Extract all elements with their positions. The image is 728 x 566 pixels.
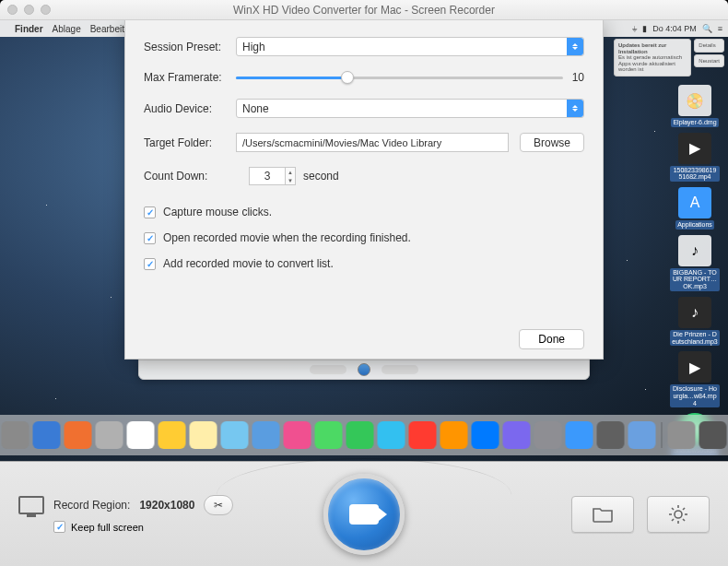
dock-app-icon[interactable]: [628, 421, 656, 449]
countdown-unit: second: [303, 170, 339, 183]
dock-app-icon[interactable]: [472, 421, 499, 449]
desktop-file-icon[interactable]: AApplications: [670, 187, 720, 230]
notification-title: Updates bereit zur Installation: [618, 42, 666, 54]
battery-icon[interactable]: ▮: [642, 24, 647, 33]
countdown-stepper[interactable]: ▲▼: [286, 167, 296, 185]
dock-app-icon[interactable]: [2, 421, 29, 449]
keep-full-screen-checkbox[interactable]: ✓: [53, 521, 65, 533]
dock-app-icon[interactable]: [668, 421, 696, 449]
scissors-icon: ✂: [214, 499, 223, 512]
dock-app-icon[interactable]: [284, 421, 311, 449]
audio-device-label: Audio Device:: [144, 102, 236, 115]
desktop-icons-column: 📀Elplayer-6.dmg▶15082339861951682.mp4AAp…: [667, 85, 722, 455]
desktop-file-icon[interactable]: ♪BIGBANG - TOUR REPORT…OK.mp3: [670, 235, 720, 291]
gear-icon: [668, 504, 688, 525]
file-label: Disclosure - Hourgla…w84.mp4: [670, 384, 720, 407]
done-button[interactable]: Done: [519, 329, 584, 349]
dock-app-icon[interactable]: [503, 421, 531, 449]
file-label: BIGBANG - TOUR REPORT…OK.mp3: [670, 268, 720, 291]
dock-app-icon[interactable]: [699, 421, 727, 449]
target-folder-value: /Users/scmacmini/Movies/Mac Video Librar…: [242, 137, 441, 148]
dock-app-icon[interactable]: [346, 421, 374, 449]
dock-app-icon[interactable]: [409, 421, 437, 449]
audio-device-value: None: [242, 102, 269, 115]
open-folder-button[interactable]: [571, 496, 634, 533]
folder-icon: [593, 506, 613, 523]
menubar-item[interactable]: Ablage: [53, 24, 81, 34]
add-to-convert-label: Add recorded movie to convert list.: [163, 257, 334, 270]
max-framerate-slider[interactable]: [236, 77, 563, 79]
open-recorded-checkbox[interactable]: ✓: [144, 232, 156, 244]
notification-action[interactable]: Details: [694, 39, 724, 53]
file-label: 15082339861951682.mp4: [670, 166, 720, 182]
audio-device-select[interactable]: None: [236, 99, 584, 118]
record-region-label: Record Region:: [53, 499, 130, 512]
file-icon: ▶: [678, 133, 711, 164]
chevron-updown-icon: [567, 100, 583, 117]
spotlight-icon[interactable]: 🔍: [702, 24, 712, 33]
max-framerate-value: 10: [572, 71, 584, 84]
dock-app-icon[interactable]: [65, 421, 92, 449]
slider-thumb[interactable]: [341, 71, 354, 84]
wifi-icon[interactable]: ⏚: [632, 24, 637, 33]
file-label: Applications: [675, 220, 714, 230]
browse-button[interactable]: Browse: [520, 133, 584, 152]
desktop-file-icon[interactable]: 📀Elplayer-6.dmg: [670, 85, 720, 127]
dock-app-icon[interactable]: [440, 421, 468, 449]
notifications-icon[interactable]: ≡: [718, 24, 722, 33]
close-window-button[interactable]: [7, 5, 18, 15]
monitor-icon: [18, 496, 44, 514]
menubar-app[interactable]: Finder: [15, 24, 43, 34]
file-icon: A: [678, 187, 711, 218]
capture-clicks-label: Capture mouse clicks.: [163, 206, 272, 218]
countdown-label: Count Down:: [144, 170, 236, 183]
crop-region-button[interactable]: ✂: [204, 495, 233, 515]
minimize-window-button[interactable]: [24, 5, 34, 15]
session-preset-select[interactable]: High: [236, 37, 584, 56]
chevron-updown-icon: [567, 38, 583, 55]
desktop-file-icon[interactable]: ▶15082339861951682.mp4: [670, 133, 720, 182]
update-notification[interactable]: Updates bereit zur Installation Es ist g…: [614, 39, 724, 77]
desktop-file-icon[interactable]: ▶Disclosure - Hourgla…w84.mp4: [670, 351, 720, 407]
max-framerate-label: Max Framerate:: [144, 71, 236, 84]
svg-point-0: [675, 511, 682, 518]
session-preset-value: High: [242, 41, 265, 53]
dock: [0, 415, 728, 455]
record-region-value: 1920x1080: [139, 499, 194, 512]
file-label: Die Prinzen - Deutschland.mp3: [670, 330, 720, 346]
dock-app-icon[interactable]: [127, 421, 155, 449]
traffic-lights: [7, 5, 51, 15]
dock-app-icon[interactable]: [252, 421, 280, 449]
dock-app-icon[interactable]: [315, 421, 343, 449]
file-icon: ♪: [678, 297, 711, 328]
dock-app-icon[interactable]: [534, 421, 562, 449]
notification-action[interactable]: Neustart: [694, 54, 724, 68]
target-folder-field[interactable]: /Users/scmacmini/Movies/Mac Video Librar…: [236, 133, 509, 152]
dock-app-icon[interactable]: [96, 421, 123, 449]
add-to-convert-checkbox[interactable]: ✓: [144, 258, 156, 270]
zoom-window-button[interactable]: [41, 5, 51, 15]
menubar-clock: Do 4:04 PM: [652, 24, 697, 33]
window-title: WinX HD Video Converter for Mac - Screen…: [0, 4, 728, 17]
capture-clicks-checkbox[interactable]: ✓: [144, 206, 156, 218]
dock-app-icon[interactable]: [159, 421, 186, 449]
camera-icon: [349, 504, 379, 525]
notification-body: Es ist gerade automatisch Apps wurde akt…: [618, 54, 682, 72]
dock-app-icon[interactable]: [190, 421, 217, 449]
dock-app-icon[interactable]: [597, 421, 625, 449]
open-recorded-label: Open recorded movie when the recording f…: [163, 231, 411, 244]
recorder-settings-panel: Session Preset: High Max Framerate: 10 A…: [124, 20, 604, 360]
file-icon: ♪: [678, 235, 711, 266]
window-titlebar: WinX HD Video Converter for Mac - Screen…: [0, 0, 728, 20]
dock-app-icon[interactable]: [221, 421, 249, 449]
keep-full-screen-label: Keep full screen: [71, 522, 144, 533]
countdown-field[interactable]: 3: [249, 167, 286, 185]
dock-app-icon[interactable]: [33, 421, 61, 449]
preview-play-icon[interactable]: [358, 363, 370, 376]
svg-line-8: [683, 508, 685, 510]
settings-button[interactable]: [647, 496, 710, 533]
desktop-file-icon[interactable]: ♪Die Prinzen - Deutschland.mp3: [670, 297, 720, 346]
dock-app-icon[interactable]: [566, 421, 593, 449]
dock-app-icon[interactable]: [378, 421, 405, 449]
record-button[interactable]: [323, 474, 405, 555]
